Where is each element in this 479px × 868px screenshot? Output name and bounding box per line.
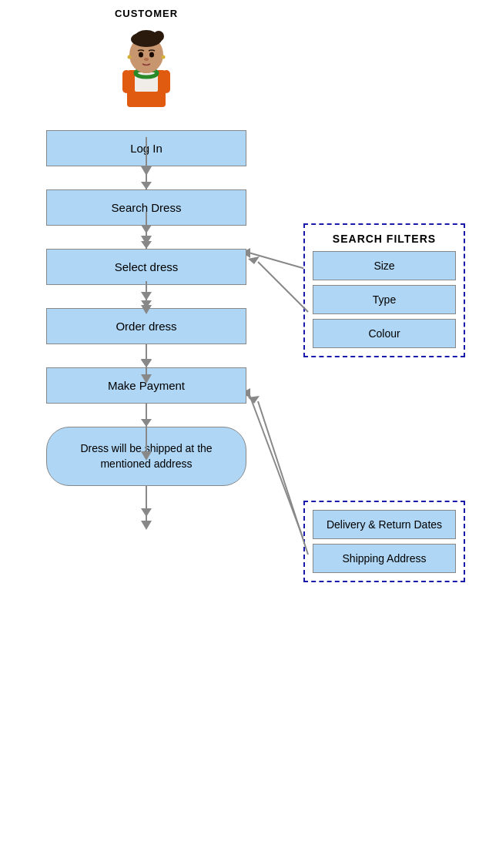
filter-colour: Colour xyxy=(313,319,456,348)
svg-point-28 xyxy=(162,55,166,59)
arrow-3 xyxy=(146,285,147,308)
search-filters-panel: SEARCH FILTERS Size Type Colour xyxy=(303,223,465,357)
svg-line-12 xyxy=(249,253,308,270)
svg-line-43 xyxy=(258,262,308,312)
search-dress-box: Search Dress xyxy=(46,189,246,226)
arrow-5 xyxy=(146,404,147,427)
svg-point-23 xyxy=(153,31,164,42)
svg-point-24 xyxy=(139,52,143,58)
arrow-2 xyxy=(146,226,147,249)
filter-type: Type xyxy=(313,285,456,314)
svg-marker-11 xyxy=(141,508,152,517)
search-filters-title: SEARCH FILTERS xyxy=(313,233,456,245)
select-dress-box: Select dress xyxy=(46,249,246,285)
svg-point-25 xyxy=(149,52,154,58)
arrow-4 xyxy=(146,344,147,367)
filter-size: Size xyxy=(313,251,456,280)
avatar-illustration xyxy=(112,22,181,107)
avatar xyxy=(112,22,181,107)
svg-rect-29 xyxy=(122,70,130,93)
main-flow: CUSTOMER xyxy=(39,8,254,486)
svg-line-14 xyxy=(249,393,308,551)
svg-marker-42 xyxy=(141,521,152,530)
svg-point-27 xyxy=(128,55,132,59)
order-details-panel: Delivery & Return Dates Shipping Address xyxy=(303,501,465,582)
diagram-container: CUSTOMER xyxy=(0,0,479,868)
customer-label: CUSTOMER xyxy=(115,8,178,19)
arrow-1 xyxy=(146,166,147,189)
make-payment-box: Make Payment xyxy=(46,367,246,404)
login-box: Log In xyxy=(46,130,246,166)
order-dress-box: Order dress xyxy=(46,308,246,344)
svg-point-26 xyxy=(144,58,149,61)
shipping-address: Shipping Address xyxy=(313,544,456,573)
delivery-return-dates: Delivery & Return Dates xyxy=(313,510,456,539)
svg-line-45 xyxy=(258,401,308,555)
terminal-box: Dress will be shipped at the mentioned a… xyxy=(46,427,246,486)
svg-rect-30 xyxy=(162,70,170,93)
